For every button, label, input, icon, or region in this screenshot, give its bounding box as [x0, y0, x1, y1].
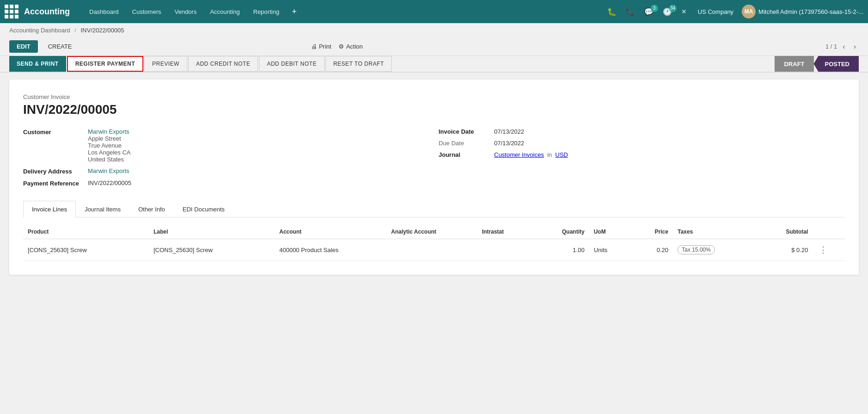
pagination: 1 / 1 ‹ › [825, 42, 859, 52]
bug-icon[interactable]: 🐛 [604, 6, 619, 18]
payment-ref-field: Payment Reference INV/2022/00005 [23, 179, 430, 187]
journal-label: Journal [439, 151, 490, 158]
customer-name-link[interactable]: Marwin Exports [88, 128, 129, 135]
action-bar: EDIT CREATE 🖨 Print ⚙ Action 1 / 1 ‹ › [0, 37, 868, 56]
cell-price: 0.20 [631, 239, 673, 261]
nav-customers[interactable]: Customers [127, 5, 167, 19]
col-header-taxes: Taxes [673, 225, 757, 239]
payment-ref-label: Payment Reference [23, 179, 83, 187]
nav-reporting[interactable]: Reporting [248, 5, 285, 19]
journal-currency-link[interactable]: USD [555, 151, 568, 158]
table-header: Product Label Account Analytic Account I… [23, 225, 845, 239]
nav-accounting[interactable]: Accounting [204, 5, 245, 19]
journal-link[interactable]: Customer Invoices [494, 151, 544, 158]
reset-to-draft-button[interactable]: RESET TO DRAFT [326, 56, 392, 72]
user-avatar: MA [742, 5, 756, 19]
col-header-analytic: Analytic Account [387, 225, 477, 239]
invoice-number: INV/2022/00005 [23, 102, 845, 117]
print-label: Print [319, 43, 332, 50]
customer-addr2: True Avenue [88, 142, 131, 149]
invoice-lines-table: Product Label Account Analytic Account I… [23, 225, 845, 261]
edit-button[interactable]: EDIT [9, 40, 38, 53]
col-header-uom: UoM [589, 225, 631, 239]
row-menu-button[interactable]: ⋮ [817, 244, 829, 256]
print-icon: 🖨 [311, 43, 317, 50]
app-brand[interactable]: Accounting [24, 7, 70, 17]
col-header-subtotal: Subtotal [757, 225, 813, 239]
right-fields: Invoice Date 07/13/2022 Due Date 07/13/2… [439, 128, 845, 187]
send-print-button[interactable]: SEND & PRINT [9, 56, 66, 72]
invoice-date-field: Invoice Date 07/13/2022 [439, 128, 845, 135]
breadcrumb: Accounting Dashboard / INV/2022/00005 [0, 23, 868, 37]
pagination-label: 1 / 1 [825, 43, 837, 50]
cell-intrastat [477, 239, 533, 261]
cell-taxes: Tax 15.00% [673, 239, 757, 261]
cell-menu: ⋮ [813, 239, 845, 261]
phone-icon[interactable]: 📞 [623, 6, 638, 18]
nav-add-button[interactable]: + [287, 5, 302, 19]
close-icon[interactable]: ✕ [678, 6, 689, 17]
journal-value: Customer Invoices in USD [494, 151, 568, 158]
col-header-account: Account [275, 225, 387, 239]
tab-journal-items[interactable]: Journal Items [76, 201, 129, 217]
chat-icon[interactable]: 💬 3 [641, 6, 656, 18]
add-debit-note-button[interactable]: ADD DEBIT NOTE [259, 56, 324, 72]
col-header-label: Label [149, 225, 275, 239]
col-header-menu [813, 225, 845, 239]
create-button[interactable]: CREATE [43, 40, 78, 53]
invoice-tabs: Invoice Lines Journal Items Other Info E… [23, 201, 845, 217]
tab-invoice-lines[interactable]: Invoice Lines [23, 201, 76, 217]
gear-icon: ⚙ [339, 43, 344, 50]
invoice-date-value: 07/13/2022 [494, 128, 524, 135]
company-name[interactable]: US Company [698, 8, 733, 15]
journal-field: Journal Customer Invoices in USD [439, 151, 845, 158]
table-body: [CONS_25630] Screw [CONS_25630] Screw 40… [23, 239, 845, 261]
invoice-date-label: Invoice Date [439, 128, 490, 135]
action-button[interactable]: ⚙ Action [339, 43, 363, 50]
status-area: DRAFT POSTED [775, 56, 859, 72]
delivery-link[interactable]: Marwin Exports [88, 167, 129, 174]
cell-account: 400000 Product Sales [275, 239, 387, 261]
due-date-field: Due Date 07/13/2022 [439, 140, 845, 147]
delivery-label: Delivery Address [23, 167, 83, 175]
customer-addr3: Los Angeles CA [88, 149, 131, 156]
due-date-label: Due Date [439, 140, 490, 147]
nav-vendors[interactable]: Vendors [169, 5, 202, 19]
tax-badge: Tax 15.00% [677, 245, 715, 254]
cell-uom: Units [589, 239, 631, 261]
chat-badge: 3 [651, 5, 658, 12]
breadcrumb-parent[interactable]: Accounting Dashboard [9, 27, 70, 34]
col-header-quantity: Quantity [533, 225, 589, 239]
cell-analytic [387, 239, 477, 261]
add-credit-note-button[interactable]: ADD CREDIT NOTE [188, 56, 258, 72]
tab-edi-documents[interactable]: EDI Documents [174, 201, 234, 217]
invoice-fields: Customer Marwin Exports Apple Street Tru… [23, 128, 845, 187]
register-payment-button[interactable]: REGISTER PAYMENT [67, 56, 143, 72]
nav-icons: 🐛 📞 💬 3 🕐 34 ✕ US Company MA Mitchell Ad… [604, 5, 863, 19]
col-header-intrastat: Intrastat [477, 225, 533, 239]
user-menu[interactable]: MA Mitchell Admin (17397560-saas-15-2-..… [742, 5, 863, 19]
clock-icon[interactable]: 🕐 34 [660, 6, 675, 18]
status-posted: POSTED [814, 56, 859, 72]
nav-dashboard[interactable]: Dashboard [84, 5, 124, 19]
action-label: Action [346, 43, 363, 50]
action-center: 🖨 Print ⚙ Action [311, 43, 363, 50]
delivery-value: Marwin Exports [88, 167, 129, 174]
cell-subtotal: $ 0.20 [757, 239, 813, 261]
print-button[interactable]: 🖨 Print [311, 43, 332, 50]
tab-other-info[interactable]: Other Info [129, 201, 174, 217]
invoice-type-label: Customer Invoice [23, 93, 845, 100]
status-draft: DRAFT [775, 56, 813, 72]
customer-addr4: United States [88, 156, 131, 163]
payment-ref-value: INV/2022/00005 [88, 179, 131, 186]
next-page-button[interactable]: › [851, 42, 859, 52]
preview-button[interactable]: PREVIEW [144, 56, 187, 72]
app-menu-icon[interactable] [5, 5, 18, 19]
user-name: Mitchell Admin (17397560-saas-15-2-... [758, 8, 863, 15]
customer-label: Customer [23, 128, 83, 136]
breadcrumb-current: INV/2022/00005 [80, 27, 124, 34]
top-nav: Accounting Dashboard Customers Vendors A… [0, 0, 868, 23]
customer-field: Customer Marwin Exports Apple Street Tru… [23, 128, 430, 163]
prev-page-button[interactable]: ‹ [840, 42, 848, 52]
journal-in: in [547, 151, 552, 158]
